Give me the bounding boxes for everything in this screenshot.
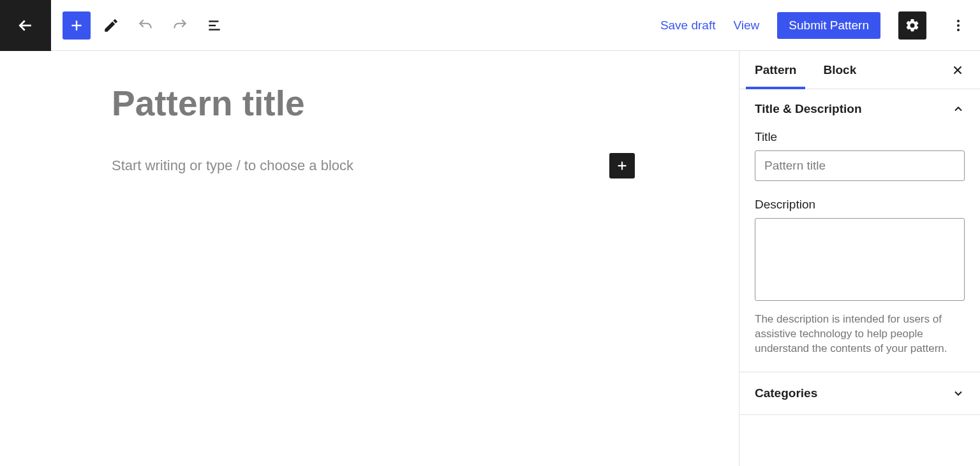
workspace: Start writing or type / to choose a bloc… — [0, 51, 980, 466]
undo-icon — [137, 17, 154, 34]
tab-block[interactable]: Block — [823, 52, 856, 89]
tab-pattern[interactable]: Pattern — [755, 52, 796, 89]
gear-icon — [905, 18, 920, 33]
settings-sidebar: Pattern Block Title & Description Title … — [739, 51, 980, 466]
default-block-placeholder[interactable]: Start writing or type / to choose a bloc… — [112, 157, 353, 174]
title-field-label: Title — [755, 130, 965, 144]
pencil-icon — [103, 17, 119, 34]
dots-vertical-icon — [951, 18, 966, 33]
arrow-left-icon — [16, 16, 35, 35]
default-block-row: Start writing or type / to choose a bloc… — [112, 153, 635, 178]
undo-button[interactable] — [131, 11, 160, 40]
panel-categories-label: Categories — [755, 386, 817, 400]
edit-tool-button[interactable] — [97, 11, 125, 40]
more-options-button[interactable] — [944, 11, 972, 40]
svg-point-0 — [957, 20, 960, 22]
description-help-text: The description is intended for users of… — [755, 312, 965, 356]
svg-point-1 — [957, 24, 960, 27]
chevron-up-icon — [952, 103, 965, 115]
close-sidebar-button[interactable] — [948, 61, 967, 80]
panel-title-description-header[interactable]: Title & Description — [755, 99, 965, 119]
panel-title-description: Title & Description Title Description Th… — [739, 89, 980, 372]
save-draft-button[interactable]: Save draft — [660, 18, 716, 33]
panel-title-description-label: Title & Description — [755, 102, 862, 116]
sidebar-tabs: Pattern Block — [739, 51, 980, 89]
toolbar-right: Save draft View Submit Pattern — [660, 11, 980, 40]
chevron-down-icon — [952, 387, 965, 400]
inline-add-block-button[interactable] — [609, 153, 635, 178]
plus-icon — [615, 159, 629, 173]
close-icon — [951, 63, 965, 77]
list-view-icon — [206, 17, 223, 34]
add-block-button[interactable] — [63, 11, 91, 40]
panel-categories: Categories — [739, 372, 980, 415]
redo-button[interactable] — [166, 11, 194, 40]
editor-top-bar: Save draft View Submit Pattern — [0, 0, 980, 51]
settings-button[interactable] — [898, 11, 926, 40]
description-field-label: Description — [755, 198, 965, 212]
sidebar-title-input[interactable] — [755, 150, 965, 181]
submit-pattern-button[interactable]: Submit Pattern — [777, 12, 880, 39]
document-overview-button[interactable] — [200, 11, 228, 40]
panel-categories-header[interactable]: Categories — [755, 384, 965, 403]
sidebar-description-textarea[interactable] — [755, 218, 965, 301]
plus-icon — [68, 17, 85, 34]
pattern-title-input[interactable] — [112, 83, 635, 124]
toolbar-left — [51, 11, 228, 40]
back-button[interactable] — [0, 0, 51, 51]
svg-point-2 — [957, 29, 960, 31]
editor-canvas: Start writing or type / to choose a bloc… — [0, 51, 739, 466]
redo-icon — [172, 17, 188, 34]
view-button[interactable]: View — [733, 18, 759, 33]
